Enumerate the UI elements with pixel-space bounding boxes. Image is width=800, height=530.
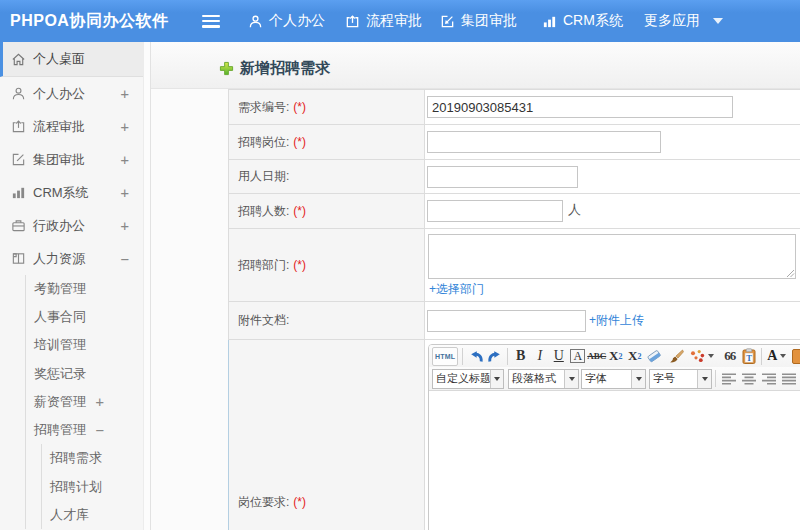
top-nav: 个人办公 流程审批 集团审批 CRM系统 更多应用 (220, 12, 723, 30)
heading-select[interactable]: 自定义标题 (432, 369, 504, 389)
nav-item-crm[interactable]: CRM系统 (542, 12, 623, 30)
expand-plus-icon[interactable]: + (121, 119, 129, 135)
demand-no-input[interactable] (427, 96, 733, 118)
field-label: 附件文档: (238, 313, 289, 327)
sidebar-item-desktop[interactable]: 个人桌面 (0, 42, 150, 77)
align-right-button[interactable] (762, 369, 776, 388)
format-brush-button[interactable] (666, 347, 685, 366)
expand-plus-icon[interactable]: + (121, 218, 129, 234)
form-row-attachment: 附件文档: +附件上传 (229, 302, 800, 340)
align-center-button[interactable] (742, 369, 756, 388)
expand-plus-icon[interactable]: + (96, 394, 104, 410)
superscript-button[interactable]: X2 (606, 347, 625, 366)
font-size-select[interactable]: 字号 (649, 369, 712, 389)
font-style-button[interactable]: A (568, 347, 587, 366)
clipboard-icon: T (742, 348, 756, 364)
form-row-requirements: 岗位要求:(*) HTML (229, 340, 800, 530)
caret-down-icon (708, 354, 714, 358)
sidebar-item-label: 培训管理 (34, 336, 150, 354)
caret-down-icon (697, 370, 711, 388)
sidebar-item-label: 个人办公 (33, 85, 121, 103)
subscript-button[interactable]: X2 (625, 347, 644, 366)
sidebar-item-rewards[interactable]: 奖惩记录 (26, 360, 150, 388)
sidebar-item-recruit-plan[interactable]: 招聘计划 (42, 473, 150, 501)
department-textarea[interactable] (428, 234, 796, 279)
sidebar-item-attendance[interactable]: 考勤管理 (26, 275, 150, 303)
italic-button[interactable]: I (530, 347, 549, 366)
nav-item-group-approval[interactable]: 集团审批 (440, 12, 517, 30)
attachment-input[interactable] (427, 310, 586, 332)
underline-button[interactable]: U (549, 347, 568, 366)
sidebar-item-workflow[interactable]: 流程审批 + (0, 110, 150, 143)
expand-plus-icon[interactable]: + (121, 152, 129, 168)
sidebar-item-training[interactable]: 培训管理 (26, 331, 150, 359)
caret-down-icon (631, 370, 645, 388)
nav-item-workflow[interactable]: 流程审批 (345, 12, 422, 30)
resize-grip-icon[interactable] (786, 269, 795, 278)
sidebar-item-hr[interactable]: 人力资源 − (0, 242, 150, 275)
upload-attachment-link[interactable]: +附件上传 (589, 313, 644, 327)
sidebar-item-crm[interactable]: CRM系统 + (0, 176, 150, 209)
align-justify-button[interactable] (782, 369, 796, 388)
form-row-position: 招聘岗位:(*) (229, 125, 800, 160)
sidebar-item-admin-office[interactable]: 行政办公 + (0, 209, 150, 242)
redo-button[interactable] (485, 347, 504, 366)
bold-button[interactable]: B (511, 347, 530, 366)
sidebar-item-label: 招聘计划 (50, 478, 150, 496)
sidebar-item-label: 个人桌面 (33, 50, 150, 68)
menu-toggle-icon[interactable] (202, 15, 220, 28)
position-input[interactable] (427, 131, 661, 153)
expand-plus-icon[interactable]: + (121, 86, 129, 102)
sidebar-item-recruit-mgmt[interactable]: 招聘管理 − (26, 416, 150, 444)
sidebar-item-label: 奖惩记录 (34, 365, 150, 383)
clipped-toolbar-icon[interactable] (792, 349, 800, 364)
select-department-link[interactable]: +选择部门 (429, 281, 800, 298)
home-icon (10, 51, 26, 67)
nav-item-label: 流程审批 (366, 12, 422, 30)
eraser-button[interactable] (644, 347, 663, 366)
editor-content-area[interactable] (429, 391, 800, 530)
caret-down-icon (780, 354, 786, 358)
flow-icon (10, 119, 26, 135)
headcount-input[interactable] (427, 200, 563, 222)
user-icon (10, 86, 26, 102)
blockquote-button[interactable]: 66 (720, 347, 739, 366)
sidebar-item-hr-contract[interactable]: 人事合同 (26, 303, 150, 331)
rich-text-editor: HTML B I U (428, 344, 800, 530)
insert-special-button[interactable] (689, 347, 714, 366)
font-color-button[interactable]: A (767, 347, 786, 366)
collapse-minus-icon[interactable]: − (96, 422, 104, 438)
form-row-headcount: 招聘人数:(*) 人 (229, 194, 800, 229)
align-left-button[interactable] (722, 369, 736, 388)
expand-plus-icon[interactable]: + (121, 185, 129, 201)
briefcase-icon (10, 218, 26, 234)
font-family-select[interactable]: 字体 (581, 369, 646, 389)
form-row-date: 用人日期: (229, 160, 800, 194)
recruit-demand-form: 需求编号:(*) 招聘岗位:(*) 用人日期: 招聘人数:(*) 人 招聘部门:… (151, 89, 800, 530)
paragraph-format-select[interactable]: 段落格式 (508, 369, 579, 389)
editor-toolbar-row1: HTML B I U (429, 345, 800, 367)
nav-item-label: CRM系统 (563, 12, 623, 30)
app-logo: PHPOA协同办公软件 (0, 11, 192, 32)
undo-button[interactable] (466, 347, 485, 366)
sidebar-submenu-hr: 考勤管理 人事合同 培训管理 奖惩记录 薪资管理 + 招聘管理 − 招聘需求 (25, 275, 150, 529)
sidebar-item-salary[interactable]: 薪资管理 + (26, 388, 150, 416)
sidebar-item-recruit-demand[interactable]: 招聘需求 (42, 444, 150, 472)
undo-icon (468, 349, 484, 364)
strikethrough-button[interactable]: ABC (587, 347, 606, 366)
page-title: 新增招聘需求 (240, 59, 330, 78)
paste-text-button[interactable]: T (739, 347, 758, 366)
sidebar-item-label: 考勤管理 (34, 280, 150, 298)
sidebar-item-personal-office[interactable]: 个人办公 + (0, 77, 150, 110)
brush-icon (668, 349, 684, 364)
required-mark: (*) (293, 135, 306, 149)
collapse-minus-icon[interactable]: − (121, 251, 129, 267)
sidebar-item-talent-pool[interactable]: 人才库 (42, 501, 150, 529)
nav-item-personal-office[interactable]: 个人办公 (248, 12, 325, 30)
sidebar-item-group-approval[interactable]: 集团审批 + (0, 143, 150, 176)
sidebar-item-label: 流程审批 (33, 118, 121, 136)
hire-date-input[interactable] (427, 166, 578, 188)
html-source-button[interactable]: HTML (432, 347, 458, 366)
book-icon (10, 251, 26, 267)
nav-item-more-apps[interactable]: 更多应用 (644, 12, 723, 30)
